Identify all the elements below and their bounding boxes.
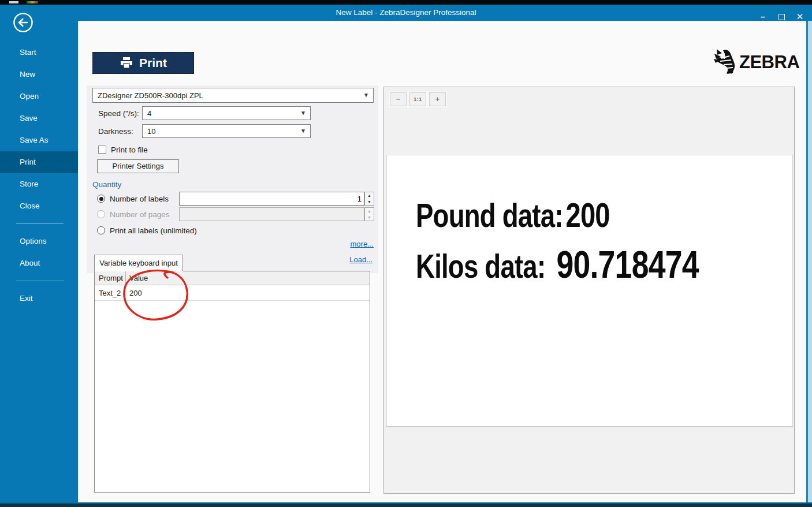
- column-header-prompt: Prompt: [95, 271, 126, 285]
- back-arrow-icon: [13, 12, 33, 33]
- sidebar-item-save[interactable]: Save: [0, 107, 78, 129]
- number-of-labels-input[interactable]: [179, 192, 364, 206]
- speed-label: Speed ("/s):: [98, 109, 139, 118]
- variable-input-table: Prompt Value Text_2 200: [94, 271, 370, 493]
- number-of-pages-radio[interactable]: [97, 210, 105, 218]
- print-button-label: Print: [139, 56, 167, 70]
- speed-select[interactable]: 4 ▼: [142, 106, 311, 120]
- label-line-kilos: Kilos data: 90.718474: [416, 242, 699, 286]
- sidebar-item-save-as[interactable]: Save As: [0, 129, 78, 151]
- zoom-in-button[interactable]: +: [429, 92, 446, 106]
- sidebar-item-about[interactable]: About: [0, 252, 78, 274]
- printer-select-value: ZDesigner ZD500R-300dpi ZPL: [98, 91, 203, 100]
- chevron-down-icon: ▼: [300, 110, 306, 116]
- sidebar-item-new[interactable]: New: [0, 64, 78, 85]
- printer-icon: [120, 57, 133, 69]
- sidebar-item-open[interactable]: Open: [0, 85, 78, 107]
- maximize-button[interactable]: [774, 10, 789, 24]
- minimize-button[interactable]: –: [755, 10, 770, 24]
- darkness-select[interactable]: 10 ▼: [142, 124, 311, 138]
- minimize-icon: –: [761, 12, 765, 21]
- more-link[interactable]: more...: [327, 240, 374, 248]
- taskbar-icon-sliver: [9, 1, 18, 3]
- window-border: [0, 504, 812, 507]
- sidebar-divider: [16, 281, 64, 281]
- sidebar-item-print[interactable]: Print: [0, 151, 78, 173]
- number-of-pages-label: Number of pages: [110, 210, 170, 219]
- column-header-value: Value: [126, 271, 370, 285]
- number-of-labels-radio[interactable]: [97, 195, 105, 203]
- zoom-out-button[interactable]: −: [390, 92, 407, 106]
- labels-count-spinner[interactable]: ▲ ▼: [364, 192, 374, 206]
- sidebar-divider: [16, 223, 64, 224]
- zebra-wordmark: ZEBRA: [739, 52, 799, 73]
- sidebar-item-store[interactable]: Store: [0, 173, 78, 195]
- tab-variable-keyboard-input[interactable]: Variable keyboard input: [94, 255, 183, 271]
- zebra-logo: ZEBRA: [713, 49, 799, 76]
- label-line-pound: Pound data: 200: [416, 196, 610, 235]
- table-header: Prompt Value: [95, 271, 370, 285]
- darkness-label: Darkness:: [98, 127, 133, 136]
- sidebar-item-exit[interactable]: Exit: [0, 288, 78, 310]
- kilos-value-text: 90.718474: [557, 242, 699, 286]
- prompt-cell: Text_2: [95, 285, 126, 300]
- speed-select-value: 4: [147, 109, 151, 118]
- print-page: Print ZEBRA ZDesigner ZD500R-300dpi ZPL …: [78, 21, 806, 504]
- window-title: New Label - ZebraDesigner Professional: [0, 8, 812, 17]
- zoom-actual-size-button[interactable]: 1:1: [409, 92, 426, 106]
- sidebar-nav: Start New Open Save Save As Print Store …: [0, 21, 78, 310]
- print-all-labels-radio[interactable]: [97, 226, 105, 234]
- spinner-down-icon: ▼: [365, 214, 374, 221]
- chevron-down-icon: ▼: [363, 92, 369, 98]
- print-all-labels-label: Print all labels (unlimited): [110, 226, 197, 235]
- print-button[interactable]: Print: [92, 52, 194, 74]
- sidebar: Start New Open Save Save As Print Store …: [0, 21, 78, 504]
- zoom-toolbar: − 1:1 +: [389, 91, 447, 107]
- label-canvas: Pound data: 200 Kilos data: 90.718474: [386, 155, 793, 427]
- table-row[interactable]: Text_2 200: [95, 285, 370, 301]
- back-button[interactable]: [13, 12, 33, 33]
- pound-field-text: Pound data:: [416, 196, 563, 234]
- sidebar-item-options[interactable]: Options: [0, 230, 78, 252]
- label-preview-panel: − 1:1 + Pound data: 200 Kilos data: 90.7…: [383, 87, 795, 494]
- load-link[interactable]: Load...: [326, 255, 373, 264]
- window-border: [808, 21, 812, 507]
- darkness-select-value: 10: [147, 127, 155, 136]
- printer-settings-button[interactable]: Printer Settings: [97, 159, 179, 173]
- value-cell[interactable]: 200: [126, 285, 370, 300]
- kilos-field-text: Kilos data:: [416, 247, 545, 285]
- close-icon: ✕: [796, 12, 804, 21]
- print-to-file-label: Print to file: [111, 146, 148, 154]
- printer-select[interactable]: ZDesigner ZD500R-300dpi ZPL ▼: [92, 88, 374, 103]
- spinner-up-icon: ▲: [365, 208, 374, 214]
- number-of-pages-input: [179, 207, 364, 221]
- pages-count-spinner: ▲ ▼: [364, 207, 374, 221]
- spinner-up-icon[interactable]: ▲: [365, 192, 374, 199]
- pound-value-text: 200: [565, 196, 609, 235]
- chevron-down-icon: ▼: [300, 128, 306, 134]
- maximize-icon: [779, 14, 785, 20]
- taskbar-icon-sliver: [27, 1, 38, 3]
- sidebar-item-start[interactable]: Start: [0, 42, 78, 64]
- spinner-down-icon[interactable]: ▼: [365, 199, 374, 205]
- titlebar: New Label - ZebraDesigner Professional –…: [0, 5, 812, 21]
- print-to-file-checkbox[interactable]: [98, 146, 106, 154]
- desktop-strip: [0, 0, 812, 5]
- zebra-head-icon: [713, 49, 736, 76]
- quantity-section-title: Quantity: [92, 180, 121, 189]
- sidebar-item-close[interactable]: Close: [0, 195, 78, 217]
- number-of-labels-label: Number of labels: [110, 195, 169, 203]
- close-button[interactable]: ✕: [792, 10, 807, 24]
